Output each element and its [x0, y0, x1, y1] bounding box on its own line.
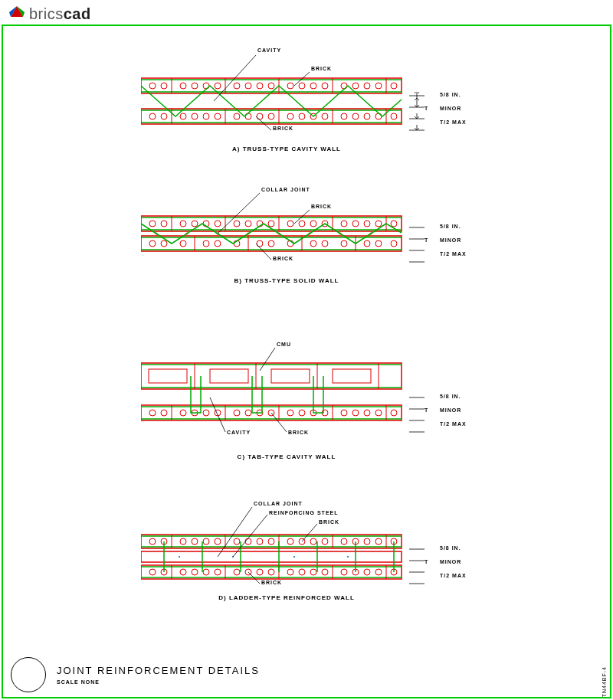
- svg-point-120: [391, 240, 397, 247]
- svg-point-101: [341, 221, 347, 227]
- figure-b-caption: B) TRUSS-TYPE SOLID WALL: [141, 277, 432, 284]
- bricscad-logo-icon: [9, 5, 25, 23]
- svg-point-238: [347, 556, 349, 558]
- svg-point-96: [268, 221, 274, 227]
- svg-point-40: [180, 113, 186, 119]
- svg-point-192: [180, 538, 186, 545]
- label-collar: COLLAR JOINT: [261, 187, 310, 192]
- figure-d-caption: D) LADDER-TYPE REINFORCED WALL: [141, 594, 432, 601]
- svg-point-108: [180, 240, 186, 247]
- figure-c: CMU CAVITY BRICK C) TAB-TYPE CAVITY WALL: [141, 340, 432, 460]
- svg-point-56: [391, 113, 397, 119]
- svg-point-162: [352, 410, 359, 416]
- svg-point-195: [215, 538, 221, 545]
- svg-point-237: [293, 556, 295, 558]
- svg-point-35: [364, 83, 370, 89]
- svg-point-223: [341, 569, 347, 575]
- svg-point-92: [215, 221, 221, 227]
- figure-c-drawing: [141, 340, 432, 440]
- svg-point-102: [352, 221, 359, 227]
- svg-point-105: [391, 221, 397, 227]
- label-brick-bottom-b: BRICK: [273, 256, 293, 261]
- svg-point-213: [203, 569, 209, 575]
- svg-rect-132: [210, 369, 248, 383]
- svg-point-196: [234, 538, 240, 545]
- dim-a-t: T: [425, 106, 428, 111]
- label-brick-c: BRICK: [288, 430, 309, 435]
- svg-point-99: [310, 221, 316, 227]
- label-brick-top: BRICK: [311, 66, 332, 71]
- title-block: JOINT REINFORCEMENT DETAILS SCALE NONE: [11, 657, 260, 692]
- label-cavity: CAVITY: [257, 47, 281, 53]
- dim-c-2: MINOR: [440, 407, 461, 413]
- dim-c-t: T: [425, 407, 428, 413]
- svg-point-207: [375, 538, 382, 545]
- svg-point-27: [257, 83, 263, 89]
- svg-point-219: [287, 569, 293, 575]
- svg-point-190: [149, 538, 156, 545]
- brand-text: bricscad: [29, 5, 91, 23]
- svg-point-212: [192, 569, 198, 575]
- svg-point-21: [180, 83, 186, 89]
- svg-point-217: [257, 569, 263, 575]
- figure-a: CAVITY BRICK BRICK A) TRUSS-TYPE CAVITY …: [141, 47, 432, 152]
- dim-b-3: T/2 MAX: [440, 251, 467, 257]
- svg-line-122: [294, 210, 310, 224]
- figure-d: COLLAR JOINT REINFORCING STEEL BRICK BRI…: [141, 501, 432, 601]
- svg-point-220: [299, 569, 305, 575]
- dim-d-2: MINOR: [440, 559, 461, 564]
- svg-point-20: [161, 83, 167, 89]
- svg-line-167: [210, 397, 225, 432]
- svg-point-41: [192, 113, 198, 119]
- svg-point-28: [268, 83, 274, 89]
- svg-point-25: [234, 83, 240, 89]
- svg-point-221: [310, 569, 316, 575]
- svg-point-110: [215, 240, 221, 247]
- label-brick-top-d: BRICK: [319, 519, 339, 525]
- svg-point-214: [215, 569, 221, 575]
- svg-point-94: [245, 221, 251, 227]
- svg-point-204: [341, 538, 347, 545]
- svg-point-19: [149, 83, 156, 89]
- svg-line-58: [294, 72, 310, 86]
- dim-b-icon: [402, 224, 447, 266]
- dim-a-3: T/2 MAX: [440, 119, 467, 125]
- svg-point-163: [364, 410, 370, 416]
- dim-d-1: 5/8 IN.: [440, 545, 461, 551]
- svg-point-98: [299, 221, 305, 227]
- svg-point-49: [299, 113, 305, 119]
- drawing-title: JOINT REINFORCEMENT DETAILS: [57, 665, 260, 676]
- svg-point-202: [310, 538, 316, 545]
- drawing-scale: SCALE NONE: [57, 679, 260, 685]
- svg-point-147: [149, 410, 156, 416]
- svg-point-218: [268, 569, 274, 575]
- dim-c-1: 5/8 IN.: [440, 394, 461, 399]
- svg-point-103: [364, 221, 370, 227]
- svg-point-51: [322, 113, 328, 119]
- svg-rect-134: [333, 369, 371, 383]
- dim-c-3: T/2 MAX: [440, 421, 467, 427]
- svg-point-24: [215, 83, 221, 89]
- svg-point-199: [268, 538, 274, 545]
- svg-point-38: [149, 113, 156, 119]
- figure-a-drawing: [141, 47, 432, 132]
- svg-point-115: [310, 240, 316, 247]
- svg-point-88: [161, 221, 167, 227]
- svg-point-90: [192, 221, 198, 227]
- svg-point-164: [375, 410, 382, 416]
- svg-point-26: [245, 83, 251, 89]
- svg-rect-133: [271, 369, 310, 383]
- svg-point-203: [322, 538, 328, 545]
- dim-d-3: T/2 MAX: [440, 573, 467, 578]
- svg-point-52: [341, 113, 347, 119]
- svg-point-194: [203, 538, 209, 545]
- label-cavity-c: CAVITY: [227, 430, 251, 435]
- label-cmu: CMU: [277, 342, 291, 347]
- dim-a-icon: [402, 92, 447, 134]
- svg-point-113: [268, 240, 274, 247]
- svg-point-119: [375, 240, 382, 247]
- svg-point-39: [161, 113, 167, 119]
- figure-b-drawing: [141, 187, 432, 263]
- svg-point-151: [203, 410, 209, 416]
- dim-d-t: T: [425, 559, 428, 564]
